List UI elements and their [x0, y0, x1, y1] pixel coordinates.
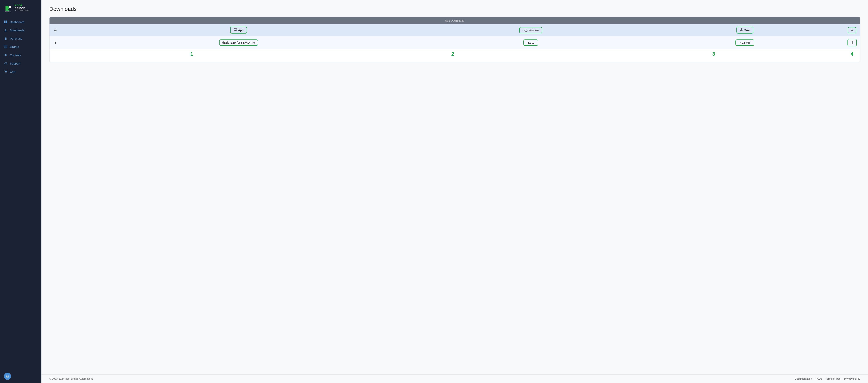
svg-rect-9 [4, 31, 7, 31]
svg-rect-14 [4, 63, 5, 64]
th-app-label: App [238, 29, 243, 32]
sidebar-nav: Dashboard Downloads Purchase [0, 16, 41, 370]
table-header-bar: App Downloads [50, 17, 860, 24]
th-app: App [61, 24, 416, 36]
list-order-icon: ⇄ [54, 29, 57, 32]
sidebar-item-support[interactable]: Support [0, 59, 41, 67]
cell-version: 3.1.1 [416, 36, 646, 49]
table-row: 1 dEZignLink for STAAD.Pro 3.1.1 ~ 28 MB… [50, 36, 860, 49]
logo-bridge: BRIDGE [14, 7, 30, 10]
cell-num: 1 [50, 36, 61, 49]
svg-rect-5 [4, 21, 5, 22]
monitor-icon [234, 28, 237, 32]
annotation-1: 1 [61, 51, 322, 57]
avatar[interactable]: M [4, 373, 11, 380]
download-button[interactable]: ⬇ [847, 39, 857, 47]
sidebar-item-controls[interactable]: Controls [0, 51, 41, 59]
th-download-icon: ⬇ [851, 29, 853, 32]
svg-rect-8 [6, 22, 7, 23]
sidebar-item-cart-label: Cart [10, 70, 16, 73]
footer-link-terms[interactable]: Terms of Use [826, 377, 841, 380]
svg-rect-15 [6, 63, 7, 64]
th-version-label: Version [529, 29, 539, 32]
cell-size: ~ 28 MB [646, 36, 844, 49]
download-icon [4, 28, 7, 32]
sidebar-item-orders[interactable]: Orders [0, 42, 41, 51]
sidebar-item-downloads-label: Downloads [10, 29, 25, 32]
svg-rect-13 [4, 48, 7, 48]
sidebar: BRIDGE AUTOMATIONS ROOT BRIDGE AUTOMATIO… [0, 0, 41, 383]
logo-root: ROOT [14, 4, 30, 7]
sidebar-item-purchase-label: Purchase [10, 37, 22, 40]
svg-rect-10 [5, 38, 6, 40]
svg-rect-6 [6, 21, 7, 22]
downloads-table: ⇄ App [50, 24, 860, 49]
svg-rect-7 [4, 22, 5, 23]
th-num: ⇄ [50, 24, 61, 36]
sidebar-item-support-label: Support [10, 62, 20, 65]
list-icon [4, 45, 7, 49]
annotation-4: 4 [844, 51, 860, 57]
grid-icon [4, 20, 7, 24]
footer-link-documentation[interactable]: Documentation [795, 377, 812, 380]
footer-link-faqs[interactable]: FAQs [815, 377, 822, 380]
gear-icon [4, 53, 7, 57]
svg-rect-12 [4, 47, 7, 47]
th-size: i Size [646, 24, 844, 36]
svg-rect-11 [4, 46, 7, 46]
svg-point-17 [6, 72, 6, 73]
sidebar-item-controls-label: Controls [10, 54, 21, 57]
table-header-row: ⇄ App [50, 24, 860, 36]
cell-size-value: ~ 28 MB [736, 39, 754, 46]
cell-app: dEZignLink for STAAD.Pro [61, 36, 416, 49]
cell-download: ⬇ [844, 36, 860, 49]
ann-spacer [50, 51, 61, 57]
annotation-2: 2 [322, 51, 583, 57]
lock-icon [4, 37, 7, 40]
downloads-table-card: App Downloads ⇄ [49, 17, 860, 62]
sidebar-item-dashboard[interactable]: Dashboard [0, 18, 41, 26]
cart-icon [4, 70, 7, 73]
logo-automations: AUTOMATIONS [14, 10, 30, 12]
sidebar-logo: BRIDGE AUTOMATIONS ROOT BRIDGE AUTOMATIO… [0, 0, 41, 16]
sidebar-item-dashboard-label: Dashboard [10, 20, 24, 24]
info-icon: i [740, 28, 743, 32]
svg-point-16 [5, 72, 5, 73]
footer-links: Documentation FAQs Terms of Use Privacy … [795, 377, 860, 380]
sidebar-item-downloads[interactable]: Downloads [0, 26, 41, 34]
cell-version-value: 3.1.1 [523, 39, 538, 46]
sidebar-avatar-section: M [0, 370, 41, 383]
th-download: ⬇ [844, 24, 860, 36]
svg-text:i: i [741, 29, 742, 31]
annotations-row: 1 2 3 4 [50, 50, 860, 62]
main-content: Downloads App Downloads ⇄ [41, 0, 868, 374]
version-icon: −◯ [523, 29, 528, 32]
page-title: Downloads [49, 6, 860, 12]
footer-link-privacy[interactable]: Privacy Policy [844, 377, 860, 380]
svg-rect-18 [234, 29, 237, 30]
sidebar-item-purchase[interactable]: Purchase [0, 34, 41, 42]
annotation-3: 3 [583, 51, 844, 57]
footer: © 2023-2024 Root Bridge Automations Docu… [41, 374, 868, 383]
svg-text:AUTOMATIONS: AUTOMATIONS [5, 11, 11, 12]
headset-icon [4, 62, 7, 65]
th-version: −◯ Version [416, 24, 646, 36]
th-size-label: Size [744, 29, 750, 32]
sidebar-item-orders-label: Orders [10, 45, 19, 49]
main-area: Downloads App Downloads ⇄ [41, 0, 868, 383]
cell-app-value: dEZignLink for STAAD.Pro [219, 39, 258, 46]
footer-copyright: © 2023-2024 Root Bridge Automations [49, 377, 93, 380]
sidebar-item-cart[interactable]: Cart [0, 67, 41, 76]
svg-rect-20 [235, 30, 236, 31]
